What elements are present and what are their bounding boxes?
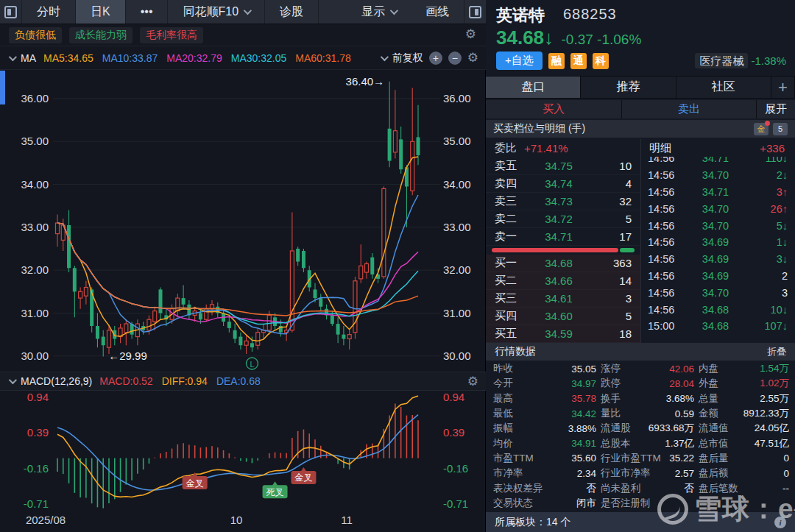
market-cell-最高: 最高35.78	[486, 392, 596, 405]
candle-body-down	[296, 249, 300, 261]
level-volume: 10	[584, 160, 632, 172]
level-price: 34.60	[533, 310, 584, 322]
price-tick-right: 36.00	[443, 92, 471, 104]
market-value: 0	[729, 468, 790, 479]
orderbook-row-卖三: 卖三34.7332	[486, 193, 640, 210]
market-value: 34.91	[513, 438, 596, 449]
market-label: 市盈TTM	[493, 452, 534, 465]
ma-line-20	[57, 223, 418, 323]
candle-body-up	[124, 324, 128, 333]
level-label: 买一	[495, 256, 533, 270]
market-cell-量比: 量比0.59	[596, 407, 694, 420]
panel-tab-推荐[interactable]: 推荐	[581, 77, 676, 98]
level-label: 卖三	[495, 194, 533, 208]
macd-tick-left: -0.16	[24, 462, 49, 475]
panel-tab-盘口[interactable]: 盘口	[486, 77, 581, 98]
panel-tab-社区[interactable]: 社区	[676, 77, 771, 98]
level-price: 34.71	[533, 230, 584, 243]
industry-tag[interactable]: 医疗器械-1.38%	[695, 54, 786, 68]
market-cell-市净率: 市净率2.34	[486, 467, 596, 480]
market-data-row: 表决权差异否尚未盈利否盘后笔数--	[486, 480, 795, 495]
bid-levels: 买一34.68363买二34.6614买三34.613买四34.605买五34.…	[486, 255, 640, 343]
buy-button[interactable]: 买入	[486, 100, 622, 118]
market-data-rows: 昨收35.05涨停42.06内盘1.54万今开34.97跌停28.04外盘1.0…	[486, 361, 795, 511]
x-axis-label: 10	[230, 514, 243, 526]
candle-body-up	[256, 333, 260, 345]
high-price-annotation: 36.40→	[346, 75, 385, 88]
chart-column: 36.0036.0035.0035.0034.0034.0033.0033.00…	[0, 0, 486, 532]
cross-badge-label: 死叉	[266, 487, 284, 497]
add-watchlist-button[interactable]: +自选	[496, 52, 543, 70]
detail-time: 14:56	[648, 287, 689, 299]
candle-body-down	[342, 335, 345, 339]
level2-gold-icon[interactable]: 金	[754, 123, 768, 135]
candle-body-up	[290, 251, 294, 330]
expand-button[interactable]: 展开	[757, 100, 795, 118]
ask-levels: 卖五34.7510卖四34.744卖三34.7332卖二34.725卖一34.7…	[486, 157, 640, 246]
market-label: 是否注册制	[601, 497, 651, 510]
price-tick-right: 32.00	[443, 263, 471, 276]
market-label: 行业市盈TTM	[601, 452, 661, 465]
candlestick-macd-chart[interactable]: 36.0036.0035.0035.0034.0034.0033.0033.00…	[0, 0, 486, 532]
orderbook-row-卖四: 卖四34.744	[486, 175, 640, 193]
macd-tick-right: 0.39	[443, 426, 464, 439]
detail-time: 14:56	[648, 157, 689, 164]
market-cell-换手: 换手3.68%	[596, 392, 694, 405]
level-price: 34.75	[533, 160, 584, 172]
sell-ratio-segment	[620, 248, 635, 252]
market-cell-盘后额: 盘后额0	[694, 467, 795, 480]
orderbook-section-title: 买卖档位与明细 (手)	[493, 122, 585, 135]
market-label: 涨停	[601, 362, 621, 375]
market-value: 35.60	[534, 453, 596, 464]
market-data-row: 交易状态闭市是否注册制	[486, 496, 795, 511]
macd-value: DEA:0.68	[216, 375, 261, 387]
star-market-badge[interactable]: 科	[593, 53, 609, 69]
market-label: 量比	[601, 407, 621, 420]
market-value: --	[738, 483, 789, 494]
trade-detail-list[interactable]: 14:5634.71110↓14:5634.702↓14:5634.713↑14…	[642, 157, 795, 343]
candle-body-up	[176, 298, 180, 311]
market-label: 最低	[493, 407, 513, 420]
candle-body-up	[84, 288, 88, 297]
level-volume: 18	[584, 327, 632, 340]
trade-detail-row: 14:5634.693↓	[642, 251, 795, 268]
market-label: 尚未盈利	[601, 482, 640, 495]
ma-line-30	[57, 223, 418, 324]
margin-badge[interactable]: 融	[548, 53, 565, 69]
info-icon[interactable]: i	[774, 517, 786, 528]
market-data-row: 市盈TTM35.60行业市盈TTM35.22盘后量0	[486, 451, 795, 466]
level-price: 34.73	[533, 195, 584, 208]
macd-settings-gear-icon[interactable]: ⚙	[467, 375, 478, 388]
orderbook-row-卖二: 卖二34.725	[486, 210, 640, 228]
orderbook-section-header: 买卖档位与明细 (手) 金 5	[486, 120, 795, 138]
price-tick-left: 32.00	[21, 263, 49, 276]
detail-volume: 3↓	[742, 253, 788, 265]
detail-volume: 110↓	[742, 157, 788, 164]
sell-button[interactable]: 卖出	[622, 100, 757, 118]
market-label: 内盘	[699, 362, 718, 375]
market-cell-流通值: 流通值24.05亿	[694, 422, 795, 435]
depth-level-badge[interactable]: 5	[773, 123, 788, 135]
detail-price: 34.69	[689, 270, 742, 282]
market-cell-总市值: 总市值47.51亿	[694, 437, 795, 450]
market-value: 1.54万	[718, 362, 789, 375]
detail-time: 14:56	[648, 304, 689, 316]
market-cell-是否注册制: 是否注册制	[596, 497, 694, 510]
price-tick-right: 35.00	[443, 135, 471, 147]
macd-indicator-bar: MACD(12,26,9) MACD:0.52DIFF:0.94DEA:0.68…	[0, 372, 486, 391]
market-value: 28.04	[621, 378, 694, 389]
sector-bar[interactable]: 所属板块：14 个 i	[486, 512, 795, 532]
detail-volume: 5↓	[742, 220, 788, 232]
candle-body-up	[153, 311, 157, 322]
macd-collapse-chevron-icon[interactable]	[9, 376, 17, 384]
collapse-button[interactable]: 折叠	[767, 345, 786, 358]
market-cell-总量: 总量2.55万	[694, 392, 795, 405]
candle-body-down	[199, 313, 202, 320]
candle-body-up	[147, 319, 151, 330]
candle-body-up	[365, 263, 369, 272]
low-price-annotation: ←29.99	[108, 350, 147, 362]
connect-badge[interactable]: 通	[570, 53, 587, 69]
market-value: 0	[729, 453, 790, 464]
level-price: 34.74	[533, 177, 584, 190]
add-tab-button[interactable]: +	[771, 77, 795, 98]
